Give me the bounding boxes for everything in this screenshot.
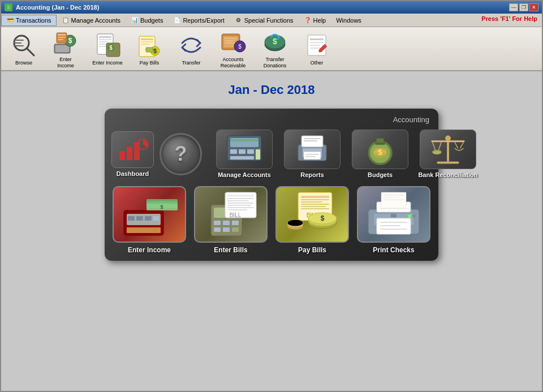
svg-rect-60	[304, 140, 317, 141]
svg-rect-55	[230, 139, 258, 141]
special-functions-icon: ⚙	[235, 16, 243, 24]
other-icon	[303, 32, 330, 59]
dashboard-button[interactable]: Dashboard	[111, 131, 154, 177]
svg-rect-12	[58, 39, 63, 40]
svg-point-137	[412, 214, 416, 218]
reports-icon-box	[284, 130, 341, 169]
enter-income-button[interactable]: $ EnterIncome	[45, 29, 86, 68]
transfer-donations-icon: $	[261, 28, 288, 55]
svg-text:$: $	[153, 48, 157, 54]
close-button[interactable]: ✕	[529, 3, 538, 11]
manage-accounts-nav[interactable]: Manage Accounts	[213, 130, 275, 178]
title-bar-buttons: — ❐ ✕	[509, 3, 538, 11]
svg-rect-10	[58, 34, 66, 36]
dashboard-icon	[111, 131, 154, 168]
budgets-nav[interactable]: $ Budgets	[349, 130, 411, 178]
menu-special-functions[interactable]: ⚙ Special Functions	[230, 15, 299, 26]
menu-manage-accounts[interactable]: 📋 Manage Accounts	[57, 15, 126, 26]
browse-button[interactable]: Browse	[3, 29, 44, 68]
svg-rect-104	[214, 221, 221, 225]
svg-rect-3	[14, 42, 21, 44]
accounts-receivable-label: AccountsReceivable	[221, 57, 246, 69]
pay-bills-action[interactable]: BILL $ Pay Bills	[274, 186, 350, 254]
svg-rect-46	[134, 142, 140, 160]
svg-rect-54	[230, 156, 254, 160]
enter-income-icon: $	[52, 28, 79, 55]
svg-rect-98	[227, 200, 249, 201]
svg-rect-86	[136, 216, 143, 221]
reports-nav[interactable]: Reports	[281, 130, 343, 178]
svg-rect-113	[301, 201, 322, 203]
transfer-donations-label: TransferDonations	[264, 57, 287, 69]
svg-rect-44	[119, 151, 125, 160]
enter-bills-button[interactable]: $ Enter Income	[87, 29, 128, 68]
svg-rect-24	[141, 41, 153, 42]
help-circle[interactable]: ?	[160, 133, 202, 175]
title-bar: $ Accounting (Jan - Dec 2018) — ❐ ✕	[1, 1, 542, 14]
manage-accounts-icon-box	[216, 130, 273, 169]
menu-reports-export[interactable]: 📄 Reports/Export	[168, 15, 229, 26]
svg-rect-4	[14, 45, 24, 46]
svg-text:$: $	[160, 204, 163, 210]
help-icon: ❓	[304, 16, 312, 24]
main-content: Jan - Dec 2018 Accounting	[1, 71, 542, 391]
enter-bills-icon-box: BILL	[194, 186, 268, 243]
svg-rect-111	[301, 196, 329, 198]
svg-point-81	[433, 151, 442, 154]
menu-windows[interactable]: Windows	[331, 15, 367, 26]
svg-rect-132	[380, 222, 407, 223]
app-icon: $	[5, 3, 12, 11]
pay-bills-icon: $	[136, 32, 163, 59]
svg-rect-99	[227, 203, 254, 204]
main-window: $ Accounting (Jan - Dec 2018) — ❐ ✕ 💳 Tr…	[0, 0, 543, 392]
browse-icon	[10, 32, 37, 59]
pay-bills-button[interactable]: $ Pay Bills	[129, 29, 170, 68]
svg-rect-45	[127, 147, 132, 160]
svg-rect-6	[55, 45, 69, 52]
svg-rect-53	[256, 149, 260, 160]
svg-rect-115	[301, 206, 326, 207]
dashboard-label: Dashboard	[117, 170, 149, 177]
budgets-icon: 📊	[131, 16, 139, 24]
svg-rect-96	[227, 195, 254, 197]
enter-income-action-label: Enter Income	[128, 246, 171, 254]
transfer-button[interactable]: Transfer	[171, 29, 212, 68]
svg-rect-70	[375, 143, 385, 145]
print-checks-action[interactable]: Print Checks	[356, 186, 432, 254]
svg-rect-84	[127, 227, 161, 233]
accounting-panel: Accounting	[105, 109, 438, 261]
menu-transactions[interactable]: 💳 Transactions	[1, 15, 57, 26]
svg-rect-40	[310, 38, 324, 40]
print-checks-action-label: Print Checks	[373, 246, 414, 254]
enter-bills-action[interactable]: BILL Enter Bills	[193, 186, 269, 254]
restore-button[interactable]: ❐	[519, 3, 528, 11]
svg-rect-134	[380, 229, 407, 230]
svg-rect-87	[145, 216, 152, 221]
enter-income-icon-box: $	[113, 186, 186, 243]
svg-text:$: $	[378, 148, 382, 157]
svg-rect-139	[383, 195, 404, 196]
svg-rect-23	[141, 38, 153, 40]
menu-help[interactable]: ❓ Help	[299, 15, 331, 26]
transfer-donations-button[interactable]: $ TransferDonations	[255, 29, 295, 68]
accounts-receivable-icon: $	[219, 28, 247, 55]
svg-rect-16	[99, 41, 108, 42]
transfer-label: Transfer	[182, 60, 200, 66]
menu-budgets[interactable]: 📊 Budgets	[126, 15, 168, 26]
enter-income-action[interactable]: $ Enter Income	[111, 186, 187, 254]
pay-bills-label: Pay Bills	[140, 60, 160, 66]
svg-line-78	[460, 142, 464, 148]
bank-reconciliation-nav[interactable]: Bank Reconciliation	[417, 130, 479, 178]
toolbar: Browse $ EnterIncome	[1, 27, 542, 71]
panel-bottom-row: $ Enter Income	[111, 186, 432, 254]
enter-bills-icon: $	[94, 32, 121, 59]
accounts-receivable-button[interactable]: $ AccountsReceivable	[213, 29, 253, 68]
minimize-button[interactable]: —	[509, 3, 518, 11]
panel-title: Accounting	[111, 115, 432, 124]
svg-rect-109	[232, 227, 239, 232]
svg-rect-107	[214, 227, 221, 232]
svg-rect-62	[305, 154, 319, 155]
svg-rect-108	[223, 227, 230, 232]
other-button[interactable]: Other	[296, 29, 337, 68]
svg-rect-106	[232, 221, 239, 225]
